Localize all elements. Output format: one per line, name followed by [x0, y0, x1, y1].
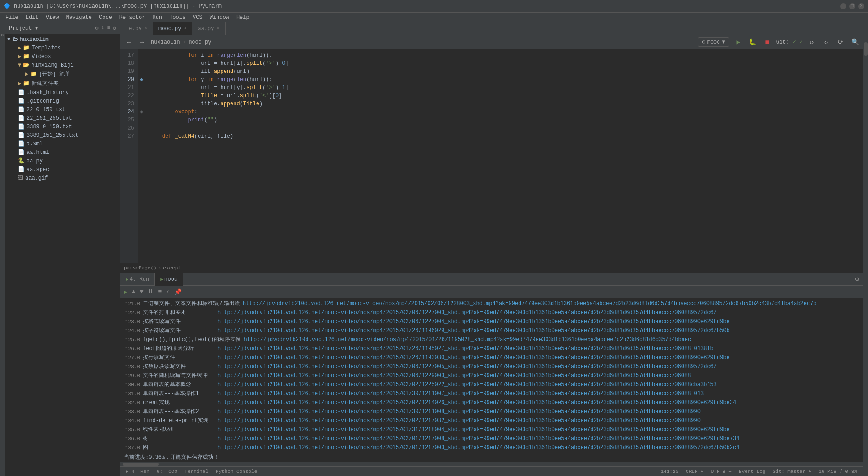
run-button[interactable]: ▶	[733, 37, 744, 48]
run-link-131[interactable]: http://jdvodrvfb210d.vod.126.net/mooc-vi…	[217, 389, 704, 398]
run-scrollbar-thumb[interactable]	[123, 463, 159, 466]
tab-moocpy[interactable]: mooc.py ×	[153, 22, 192, 35]
folder-icon-yinxiang: 📂	[23, 62, 30, 68]
tree-item-aahtml[interactable]: 📄 aa.html	[5, 148, 120, 157]
tree-item-videos[interactable]: ▶ 📁 Videos	[5, 52, 120, 61]
run-pause-button[interactable]: ⏸	[146, 287, 155, 296]
menu-help[interactable]: Help	[233, 13, 253, 22]
tab-close-aapy[interactable]: ×	[217, 26, 219, 31]
run-title-123: 按格式读写文件	[143, 317, 215, 326]
git-history-button[interactable]: ⟳	[835, 37, 846, 48]
tree-item-aaagif[interactable]: 🖼 aaa.gif	[5, 174, 120, 182]
run-link-137[interactable]: http://jdvodrvfb210d.vod.126.net/mooc-vi…	[217, 443, 739, 452]
run-link-123[interactable]: http://jdvodrvfb210d.vod.126.net/mooc-vi…	[217, 317, 730, 326]
menu-navigate[interactable]: Navigate	[62, 13, 95, 22]
code-content[interactable]: for i in range(len(hurl)): url = hurl[i]…	[145, 49, 863, 263]
menu-file[interactable]: File	[2, 13, 22, 22]
run-tab-mooc[interactable]: ▶ mooc	[155, 273, 183, 286]
run-link-128[interactable]: http://jdvodrvfb210d.vod.126.net/mooc-vi…	[217, 362, 717, 371]
run-link-133[interactable]: http://jdvodrvfb210d.vod.126.net/mooc-vi…	[217, 407, 701, 416]
status-event-log[interactable]: Event Log	[737, 469, 767, 474]
status-git[interactable]: Git: master ÷	[771, 469, 813, 474]
menu-edit[interactable]: Edit	[22, 13, 42, 22]
minimize-button[interactable]: –	[840, 3, 846, 9]
status-position[interactable]: 141:20	[659, 469, 680, 474]
tree-item-kaishi[interactable]: ▶ 📁 [开始] 笔单	[5, 69, 120, 79]
run-pin-button[interactable]: 📌	[172, 287, 183, 296]
status-python-console[interactable]: Python Console	[214, 469, 259, 474]
status-run[interactable]: ▶ 4: Run	[124, 468, 151, 474]
run-link-134[interactable]: http://jdvodrvfb210d.vod.126.net/mooc-vi…	[217, 416, 701, 425]
run-list-button[interactable]: ≡	[156, 287, 163, 296]
toolbar-back-button[interactable]: ←	[124, 37, 135, 48]
run-link-129[interactable]: http://jdvodrvfb210d.vod.126.net/mooc-vi…	[217, 371, 691, 380]
tab-aapy[interactable]: aa.py ×	[192, 22, 225, 35]
tree-item-axml[interactable]: 📄 a.xml	[5, 139, 120, 148]
tree-item-3389-0-150[interactable]: 📄 3389_0_150.txt	[5, 122, 120, 131]
tree-item-22-0-150[interactable]: 📄 22_0_150.txt	[5, 105, 120, 114]
tree-item-22-151-255[interactable]: 📄 22_151_255.txt	[5, 114, 120, 122]
tree-item-yinxiang[interactable]: ▼ 📂 Yinxiang Bijì	[5, 61, 120, 69]
breadcrumb-except[interactable]: except	[163, 265, 181, 271]
run-scrollbar[interactable]	[120, 462, 863, 466]
sidebar-icon-1[interactable]: ⚙	[0, 26, 5, 44]
project-collapse-icon[interactable]: ≡	[107, 25, 110, 31]
titlebar: 🔷 huxiaolin [C:\Users\huxiaolin\...\mooc…	[0, 0, 868, 13]
menu-run[interactable]: Run	[149, 13, 166, 22]
run-up-button[interactable]: ▲	[130, 287, 137, 296]
project-sort-icon[interactable]: ↕	[101, 25, 104, 31]
tree-item-aapy[interactable]: 🐍 aa.py	[5, 157, 120, 165]
tree-root[interactable]: ▼ 🗁 huxiaolin	[5, 35, 120, 44]
search-button[interactable]: 🔍	[851, 38, 859, 46]
tab-tepy[interactable]: te.py ×	[120, 22, 153, 35]
menu-vcs[interactable]: VCS	[189, 13, 206, 22]
git-check-1[interactable]: ✓	[793, 39, 796, 45]
git-redo-button[interactable]: ↻	[821, 37, 832, 48]
run-play-button[interactable]: ▶	[122, 287, 129, 296]
toolbar-forward-button[interactable]: →	[136, 37, 147, 48]
stop-button[interactable]: ■	[762, 37, 773, 48]
tree-item-templates[interactable]: ▶ 📁 Templates	[5, 44, 120, 52]
run-link-124[interactable]: http://jdvodrvfb210d.vod.126.net/mooc-vi…	[217, 326, 730, 335]
menu-window[interactable]: Window	[206, 13, 233, 22]
tree-item-xinjian[interactable]: ▶ 📁 新建文件夹	[5, 79, 120, 88]
run-tab-run[interactable]: ▶ 4: Run	[120, 273, 155, 286]
tree-item-3389-151-255[interactable]: 📄 3389_151_255.txt	[5, 131, 120, 139]
tree-item-bash-history[interactable]: 📄 .bash_history	[5, 88, 120, 97]
menu-tools[interactable]: Tools	[166, 13, 189, 22]
status-terminal[interactable]: Terminal	[183, 469, 210, 474]
git-undo-button[interactable]: ↺	[806, 37, 817, 48]
tree-item-gitconfig[interactable]: 📄 .gitconfig	[5, 97, 120, 105]
menu-code[interactable]: Code	[95, 13, 116, 22]
menu-refactor[interactable]: Refactor	[116, 13, 149, 22]
run-settings-icon[interactable]: ⚙	[855, 275, 859, 283]
git-check-2[interactable]: ✓	[800, 39, 803, 45]
project-settings-icon[interactable]: ⚙	[95, 25, 98, 31]
run-link-121[interactable]: http://jdvodrvfb210d.vod.126.net/mooc-vi…	[243, 299, 817, 308]
project-gear-icon[interactable]: ⚙	[113, 25, 116, 31]
debug-button[interactable]: 🐛	[747, 37, 758, 48]
run-link-125[interactable]: http://jdvodrvfb210d.vod.126.net/mooc-vi…	[244, 335, 691, 344]
run-link-135[interactable]: http://jdvodrvfb210d.vod.126.net/mooc-vi…	[217, 425, 730, 434]
maximize-button[interactable]: □	[849, 3, 855, 9]
run-link-127[interactable]: http://jdvodrvfb210d.vod.126.net/mooc-vi…	[217, 353, 730, 362]
tab-close-moocpy[interactable]: ×	[184, 26, 186, 31]
close-button[interactable]: ×	[858, 3, 864, 9]
menu-view[interactable]: View	[42, 13, 63, 22]
run-link-122[interactable]: http://jdvodrvfb210d.vod.126.net/mooc-vi…	[217, 308, 717, 317]
run-down-button[interactable]: ▼	[138, 287, 145, 296]
tab-close-tepy[interactable]: ×	[145, 26, 147, 31]
breadcrumb-parsepage[interactable]: parsePage()	[124, 265, 157, 271]
run-filter-button[interactable]: ⚡	[164, 287, 172, 296]
editor-scrollbar-thumb[interactable]	[864, 42, 868, 56]
run-link-126[interactable]: http://jdvodrvfb210d.vod.126.net/mooc-vi…	[217, 344, 714, 353]
file-label-bash: .bash_history	[27, 90, 69, 96]
run-link-136[interactable]: http://jdvodrvfb210d.vod.126.net/mooc-vi…	[217, 434, 739, 443]
branch-selector[interactable]: ⚙ mooc ▼	[698, 37, 729, 47]
status-charset[interactable]: UTF-8 ÷	[709, 469, 733, 474]
status-crlf[interactable]: CRLF ÷	[684, 469, 705, 474]
run-link-130[interactable]: http://jdvodrvfb210d.vod.126.net/mooc-vi…	[217, 380, 717, 389]
run-link-132[interactable]: http://jdvodrvfb210d.vod.126.net/mooc-vi…	[217, 398, 736, 407]
tree-item-aaspec[interactable]: 📄 aa.spec	[5, 165, 120, 174]
status-todo[interactable]: 6: TODO	[155, 469, 179, 474]
